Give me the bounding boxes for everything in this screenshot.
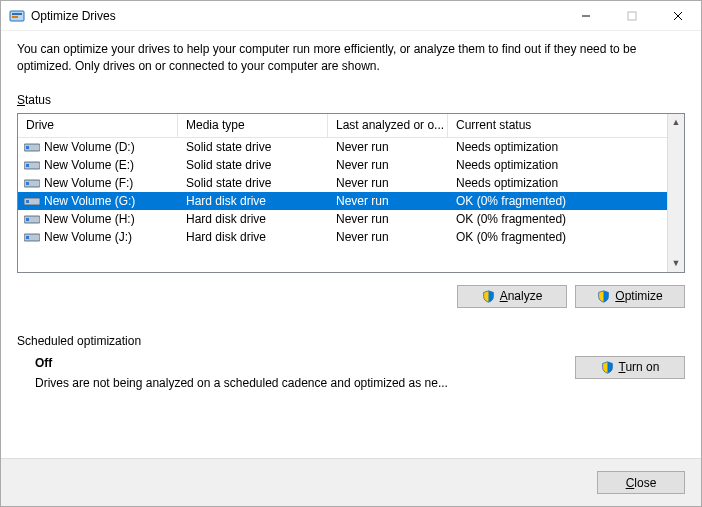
- drive-status: Needs optimization: [448, 156, 667, 174]
- shield-icon: [597, 290, 610, 303]
- scheduled-label: Scheduled optimization: [17, 334, 685, 348]
- window-title: Optimize Drives: [31, 9, 116, 23]
- status-label: Status: [17, 93, 685, 107]
- minimize-button[interactable]: [563, 1, 609, 31]
- drive-media: Hard disk drive: [178, 210, 328, 228]
- svg-rect-14: [26, 200, 29, 203]
- drive-status: OK (0% fragmented): [448, 192, 667, 210]
- analyze-button[interactable]: Analyze: [457, 285, 567, 308]
- drive-last-analyzed: Never run: [328, 210, 448, 228]
- drive-icon: [24, 141, 40, 153]
- svg-rect-10: [26, 164, 29, 167]
- maximize-button: [609, 1, 655, 31]
- svg-rect-1: [12, 13, 22, 15]
- drive-row[interactable]: New Volume (F:)Solid state driveNever ru…: [18, 174, 667, 192]
- svg-rect-16: [26, 218, 29, 221]
- drive-last-analyzed: Never run: [328, 174, 448, 192]
- scheduled-detail: Drives are not being analyzed on a sched…: [35, 376, 575, 390]
- drive-last-analyzed: Never run: [328, 192, 448, 210]
- drive-name: New Volume (E:): [44, 158, 134, 172]
- drive-status: Needs optimization: [448, 174, 667, 192]
- drive-name: New Volume (G:): [44, 194, 135, 208]
- drive-row[interactable]: New Volume (H:)Hard disk driveNever runO…: [18, 210, 667, 228]
- drive-icon: [24, 195, 40, 207]
- shield-icon: [482, 290, 495, 303]
- close-window-button[interactable]: [655, 1, 701, 31]
- drive-status: OK (0% fragmented): [448, 228, 667, 246]
- svg-rect-18: [26, 236, 29, 239]
- drive-last-analyzed: Never run: [328, 138, 448, 156]
- drive-icon: [24, 177, 40, 189]
- column-header-drive[interactable]: Drive: [18, 114, 178, 137]
- titlebar: Optimize Drives: [1, 1, 701, 31]
- svg-rect-12: [26, 182, 29, 185]
- footer: Close: [1, 458, 701, 506]
- drive-icon: [24, 213, 40, 225]
- drive-status: OK (0% fragmented): [448, 210, 667, 228]
- drive-name: New Volume (H:): [44, 212, 135, 226]
- list-scrollbar[interactable]: ▲ ▼: [667, 114, 684, 272]
- drive-icon: [24, 231, 40, 243]
- scroll-down-icon[interactable]: ▼: [668, 255, 684, 272]
- drives-list[interactable]: Drive Media type Last analyzed or o... C…: [17, 113, 685, 273]
- drive-media: Hard disk drive: [178, 228, 328, 246]
- drive-name: New Volume (J:): [44, 230, 132, 244]
- drive-last-analyzed: Never run: [328, 156, 448, 174]
- drive-name: New Volume (F:): [44, 176, 133, 190]
- shield-icon: [601, 361, 614, 374]
- turn-on-button[interactable]: Turn on: [575, 356, 685, 379]
- drive-row[interactable]: New Volume (E:)Solid state driveNever ru…: [18, 156, 667, 174]
- close-button[interactable]: Close: [597, 471, 685, 494]
- drive-media: Solid state drive: [178, 174, 328, 192]
- scheduled-state: Off: [35, 356, 575, 370]
- drive-icon: [24, 159, 40, 171]
- scroll-up-icon[interactable]: ▲: [668, 114, 684, 131]
- svg-rect-8: [26, 146, 29, 149]
- column-header-media[interactable]: Media type: [178, 114, 328, 137]
- drive-media: Hard disk drive: [178, 192, 328, 210]
- drive-media: Solid state drive: [178, 156, 328, 174]
- drive-media: Solid state drive: [178, 138, 328, 156]
- svg-rect-4: [628, 12, 636, 20]
- drive-status: Needs optimization: [448, 138, 667, 156]
- column-header-status[interactable]: Current status: [448, 114, 667, 137]
- drive-row[interactable]: New Volume (J:)Hard disk driveNever runO…: [18, 228, 667, 246]
- app-icon: [9, 8, 25, 24]
- column-header-last[interactable]: Last analyzed or o...: [328, 114, 448, 137]
- svg-rect-2: [12, 16, 18, 18]
- list-header[interactable]: Drive Media type Last analyzed or o... C…: [18, 114, 667, 138]
- optimize-button[interactable]: Optimize: [575, 285, 685, 308]
- description-text: You can optimize your drives to help you…: [17, 41, 685, 75]
- drive-row[interactable]: New Volume (D:)Solid state driveNever ru…: [18, 138, 667, 156]
- drive-last-analyzed: Never run: [328, 228, 448, 246]
- drive-row[interactable]: New Volume (G:)Hard disk driveNever runO…: [18, 192, 667, 210]
- drive-name: New Volume (D:): [44, 140, 135, 154]
